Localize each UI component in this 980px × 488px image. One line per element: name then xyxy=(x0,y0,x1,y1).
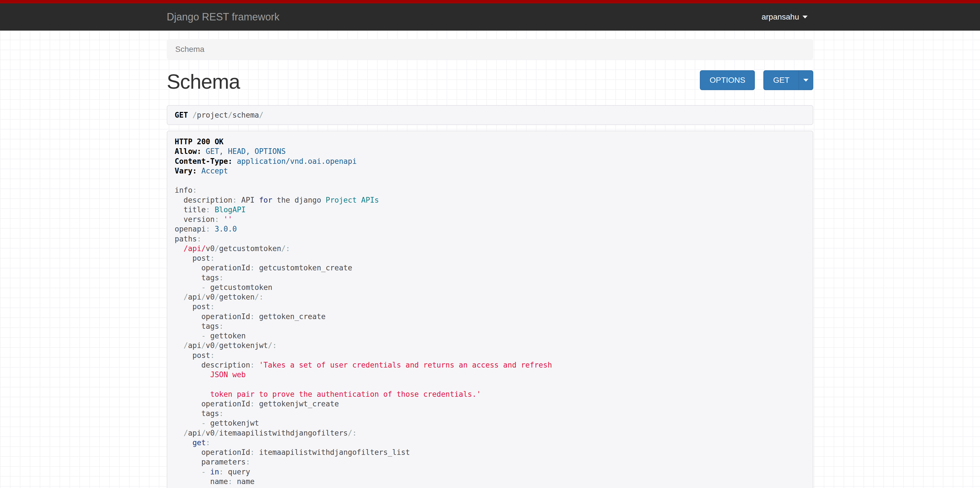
code-line: description: 'Takes a set of user creden… xyxy=(175,360,805,370)
code-line: openapi: 3.0.0 xyxy=(175,224,805,234)
top-accent-bar xyxy=(0,0,980,3)
code-line: operationId: itemaapilistwithdjangofilte… xyxy=(175,447,805,457)
navbar-brand[interactable]: Django REST framework xyxy=(167,11,279,23)
code-line: - gettoken xyxy=(175,331,805,341)
code-line: paths: xyxy=(175,234,805,244)
user-menu-toggle[interactable]: arpansahu xyxy=(762,13,813,22)
code-line: operationId: getcustomtoken_create xyxy=(175,263,805,273)
code-line: Vary: Accept xyxy=(175,166,805,176)
code-line: name: name xyxy=(175,477,805,486)
code-line: version: '' xyxy=(175,214,805,224)
code-line xyxy=(175,379,805,389)
code-line: tags: xyxy=(175,273,805,282)
code-line: HTTP 200 OK xyxy=(175,137,805,146)
code-line: info: xyxy=(175,185,805,195)
code-line: - getcustomtoken xyxy=(175,282,805,292)
get-button-group: GET xyxy=(764,70,813,90)
get-format-dropdown-toggle[interactable] xyxy=(799,70,813,90)
chevron-down-icon xyxy=(803,79,808,82)
code-line: /api/v0/getcustomtoken/: xyxy=(175,244,805,254)
response-info: HTTP 200 OKAllow: GET, HEAD, OPTIONSCont… xyxy=(167,131,813,488)
navbar: Django REST framework arpansahu xyxy=(0,3,980,31)
page-title: Schema xyxy=(167,70,240,93)
code-line: description: API for the django Project … xyxy=(175,195,805,205)
get-button[interactable]: GET xyxy=(764,70,799,90)
request-info: GET /project/schema/ xyxy=(167,105,813,125)
code-line: post: xyxy=(175,254,805,263)
code-line: - in: query xyxy=(175,467,805,477)
code-line: post: xyxy=(175,302,805,311)
code-line: Content-Type: application/vnd.oai.openap… xyxy=(175,157,805,166)
username-label: arpansahu xyxy=(762,13,799,22)
chevron-down-icon xyxy=(802,16,808,18)
code-line: required: false xyxy=(175,486,805,488)
code-line: /api/v0/itemaapilistwithdjangofilters/: xyxy=(175,428,805,438)
code-line: /api/v0/gettokenjwt/: xyxy=(175,341,805,350)
options-button[interactable]: OPTIONS xyxy=(700,70,755,90)
code-line: JSON web xyxy=(175,370,805,379)
code-line: token pair to prove the authentication o… xyxy=(175,390,805,399)
request-line: GET /project/schema/ xyxy=(175,111,263,119)
code-line: operationId: gettoken_create xyxy=(175,312,805,322)
code-line: title: BlogAPI xyxy=(175,205,805,214)
code-line: parameters: xyxy=(175,457,805,467)
code-line: post: xyxy=(175,350,805,360)
action-toolbar: OPTIONS GET xyxy=(700,70,813,90)
code-line: operationId: gettokenjwt_create xyxy=(175,399,805,409)
code-line: get: xyxy=(175,438,805,447)
code-line: tags: xyxy=(175,322,805,331)
breadcrumb-current: Schema xyxy=(175,45,204,54)
code-line: tags: xyxy=(175,409,805,418)
breadcrumb: Schema xyxy=(167,39,813,60)
code-line: Allow: GET, HEAD, OPTIONS xyxy=(175,146,805,156)
code-line: /api/v0/gettoken/: xyxy=(175,292,805,302)
code-line: - gettokenjwt xyxy=(175,418,805,428)
response-body: HTTP 200 OKAllow: GET, HEAD, OPTIONSCont… xyxy=(175,137,805,488)
code-line xyxy=(175,176,805,185)
